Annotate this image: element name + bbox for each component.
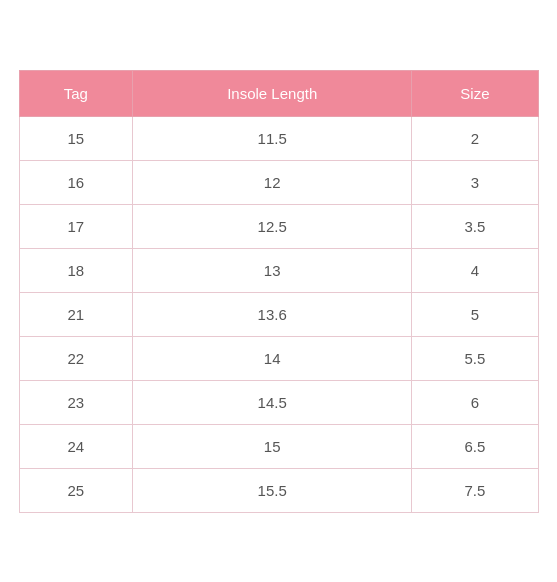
table-row: 16123 — [19, 160, 538, 204]
table-row: 22145.5 — [19, 336, 538, 380]
col-header-size: Size — [412, 70, 538, 116]
cell-insole: 14.5 — [133, 380, 412, 424]
cell-tag: 24 — [19, 424, 133, 468]
cell-tag: 15 — [19, 116, 133, 160]
cell-insole: 15 — [133, 424, 412, 468]
table-row: 1511.52 — [19, 116, 538, 160]
col-header-tag: Tag — [19, 70, 133, 116]
cell-size: 3.5 — [412, 204, 538, 248]
table-row: 2314.56 — [19, 380, 538, 424]
cell-size: 4 — [412, 248, 538, 292]
cell-size: 3 — [412, 160, 538, 204]
cell-insole: 12 — [133, 160, 412, 204]
table-row: 18134 — [19, 248, 538, 292]
cell-insole: 14 — [133, 336, 412, 380]
cell-tag: 18 — [19, 248, 133, 292]
cell-size: 6 — [412, 380, 538, 424]
table-header-row: Tag Insole Length Size — [19, 70, 538, 116]
cell-insole: 13 — [133, 248, 412, 292]
cell-insole: 12.5 — [133, 204, 412, 248]
table-row: 1712.53.5 — [19, 204, 538, 248]
table-row: 24156.5 — [19, 424, 538, 468]
cell-tag: 16 — [19, 160, 133, 204]
cell-tag: 21 — [19, 292, 133, 336]
cell-tag: 22 — [19, 336, 133, 380]
cell-tag: 23 — [19, 380, 133, 424]
cell-size: 2 — [412, 116, 538, 160]
cell-tag: 17 — [19, 204, 133, 248]
cell-size: 5.5 — [412, 336, 538, 380]
table-row: 2113.65 — [19, 292, 538, 336]
cell-insole: 13.6 — [133, 292, 412, 336]
cell-size: 5 — [412, 292, 538, 336]
cell-insole: 15.5 — [133, 468, 412, 512]
size-chart-table: Tag Insole Length Size 1511.52161231712.… — [19, 70, 539, 513]
col-header-insole: Insole Length — [133, 70, 412, 116]
cell-insole: 11.5 — [133, 116, 412, 160]
cell-size: 7.5 — [412, 468, 538, 512]
table-row: 2515.57.5 — [19, 468, 538, 512]
size-chart-container: Tag Insole Length Size 1511.52161231712.… — [19, 70, 539, 513]
cell-size: 6.5 — [412, 424, 538, 468]
cell-tag: 25 — [19, 468, 133, 512]
